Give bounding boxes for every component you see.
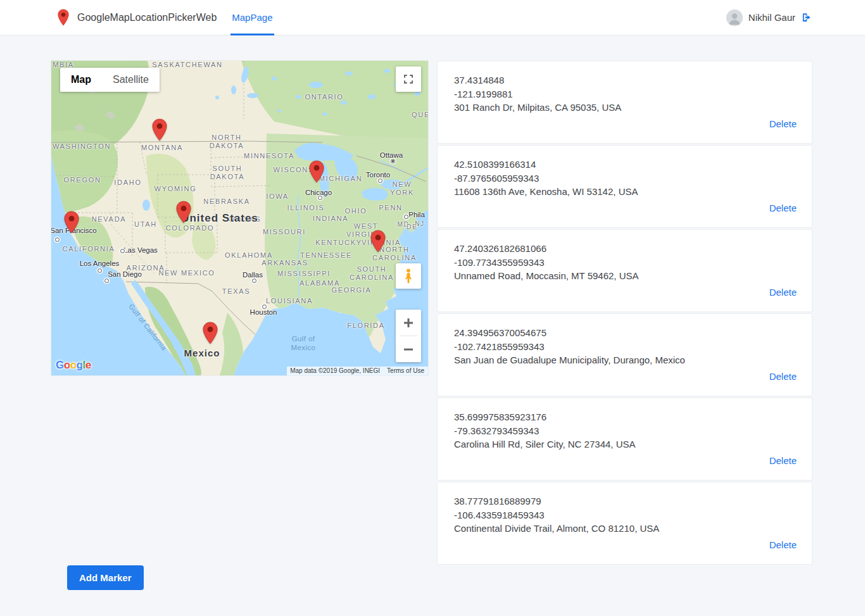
map-marker-pin[interactable] [370, 230, 387, 253]
map-marker-pin[interactable] [63, 211, 80, 234]
map-city-dot [262, 305, 267, 309]
map-label: GEORGIA [331, 286, 371, 294]
map-city-dot [55, 237, 60, 242]
google-logo-letter: e [85, 359, 91, 371]
latitude-value: 38.77791816889979 [454, 494, 797, 508]
terms-of-use-link[interactable]: Terms of Use [383, 367, 428, 375]
avatar-icon [726, 9, 743, 26]
fullscreen-button[interactable] [396, 66, 421, 92]
map-marker-pin[interactable] [308, 160, 325, 183]
map-type-control: Map Satellite [60, 68, 160, 92]
brand: GoogleMapLocationPickerWeb [57, 9, 217, 26]
map-marker-pin[interactable] [202, 322, 219, 344]
delete-link[interactable]: Delete [769, 455, 797, 466]
map-label: UTAH [134, 220, 157, 229]
map-label: MISSOURI [263, 228, 306, 236]
delete-link[interactable]: Delete [769, 118, 797, 129]
latitude-value: 35.699975835923176 [454, 410, 797, 424]
google-logo-letter: g [77, 359, 83, 371]
map-label: ARKANSAS [262, 259, 308, 267]
map-label: Las Vegas [123, 246, 158, 255]
delete-link[interactable]: Delete [769, 203, 797, 213]
longitude-value: -121.9199881 [454, 87, 797, 101]
longitude-value: -106.4335918459343 [454, 508, 797, 522]
logout-icon[interactable] [801, 12, 812, 23]
map-type-map-button[interactable]: Map [60, 68, 102, 92]
map-label: COLORADO [166, 224, 215, 232]
map-label: KENTUCKY [315, 239, 362, 247]
map-label: NJ [415, 220, 425, 228]
map-city-dot [391, 159, 395, 163]
latitude-value: 47.240326182681066 [454, 242, 797, 256]
map-label: ONTARIO [305, 93, 343, 101]
map-label: Los Angeles [80, 260, 120, 268]
map-label: Gulf of California [127, 303, 168, 352]
location-card: 47.240326182681066 -109.7734355959343 Un… [437, 229, 812, 312]
map-label: Houston [250, 308, 277, 317]
map-pin-logo-icon [57, 9, 70, 26]
map-label: PENN [379, 204, 402, 212]
latitude-value: 42.5108399166314 [454, 158, 797, 172]
zoom-out-button[interactable] [396, 336, 421, 362]
map-label: ILLINOIS [287, 204, 325, 212]
latitude-value: 24.394956370054675 [454, 326, 797, 340]
map-marker-pin[interactable] [151, 118, 168, 141]
map-overlay: MBIASASKATCHEWANONTARIOQUEBWASHINGTONMON… [51, 61, 428, 375]
map-label: OKLAHOMA [225, 251, 273, 260]
map-label: ARIZONA [127, 264, 165, 272]
nav-tab-mappage[interactable]: MapPage [230, 0, 274, 35]
address-value: Carolina Hill Rd, Siler City, NC 27344, … [454, 437, 797, 451]
user-area: Nikhil Gaur [726, 9, 812, 26]
latitude-value: 37.4314848 [454, 73, 797, 87]
map-label: TEXAS [222, 287, 251, 296]
map-label: QUEB [412, 111, 428, 119]
map-label: MONTANA [141, 144, 183, 152]
map-label: ALABAMA [300, 279, 340, 287]
delete-link[interactable]: Delete [769, 287, 797, 298]
attribution-text: Map data ©2019 Google, INEGI [287, 367, 383, 375]
map-attribution: Map data ©2019 Google, INEGI Terms of Us… [287, 367, 428, 375]
delete-link[interactable]: Delete [769, 539, 797, 550]
fullscreen-icon [403, 73, 414, 85]
user-name: Nikhil Gaur [748, 12, 795, 23]
map-label: NEBRASKA [203, 198, 250, 206]
map-label: CALIFORNIA [62, 245, 115, 253]
zoom-out-icon [403, 344, 414, 355]
location-card: 24.394956370054675 -102.7421855959343 Sa… [437, 313, 812, 396]
map-label: SOUTH CAROLINA [350, 265, 394, 282]
map-label: NEVADA [92, 215, 127, 223]
map-label: IOWA [266, 192, 289, 201]
address-value: 301 Ranch Dr, Milpitas, CA 95035, USA [454, 101, 797, 115]
google-map[interactable]: MBIASASKATCHEWANONTARIOQUEBWASHINGTONMON… [51, 61, 428, 375]
map-label: OREGON [63, 176, 101, 184]
map-label: Gulf of Mexico [291, 335, 316, 352]
map-label: United States [181, 212, 258, 225]
map-label: MISSISSIPPI [277, 270, 331, 278]
google-logo[interactable]: Google [56, 359, 91, 372]
longitude-value: -102.7421855959343 [454, 340, 797, 354]
address-value: San Juan de Guadalupe Municipality, Dura… [454, 353, 797, 367]
map-city-dot [404, 215, 408, 219]
map-label: FLORIDA [347, 322, 385, 330]
map-label: MINNESOTA [244, 152, 294, 160]
map-label: SASKATCHEWAN [152, 61, 222, 68]
zoom-in-button[interactable] [396, 310, 421, 336]
top-navbar: GoogleMapLocationPickerWeb MapPage Nikhi… [0, 0, 865, 35]
longitude-value: -87.9765605959343 [454, 172, 797, 185]
address-value: 11608 136th Ave, Kenosha, WI 53142, USA [454, 185, 797, 199]
map-marker-pin[interactable] [175, 201, 193, 223]
zoom-in-icon [403, 317, 414, 329]
map-label: MD [398, 221, 410, 229]
map-label: TENNESSEE [300, 251, 352, 260]
map-type-satellite-button[interactable]: Satellite [102, 68, 160, 92]
map-label: DE [407, 223, 417, 231]
pegman-button[interactable] [396, 263, 421, 289]
map-label: Phila [408, 211, 425, 220]
map-label: NEW YORK [389, 180, 415, 197]
map-label: IDAHO [114, 179, 141, 187]
brand-name: GoogleMapLocationPickerWeb [77, 12, 217, 23]
delete-link[interactable]: Delete [769, 371, 797, 382]
add-marker-button[interactable]: Add Marker [67, 565, 144, 590]
map-label: NORTH DAKOTA [210, 134, 244, 150]
map-label: SOUTH DAKOTA [210, 165, 245, 181]
